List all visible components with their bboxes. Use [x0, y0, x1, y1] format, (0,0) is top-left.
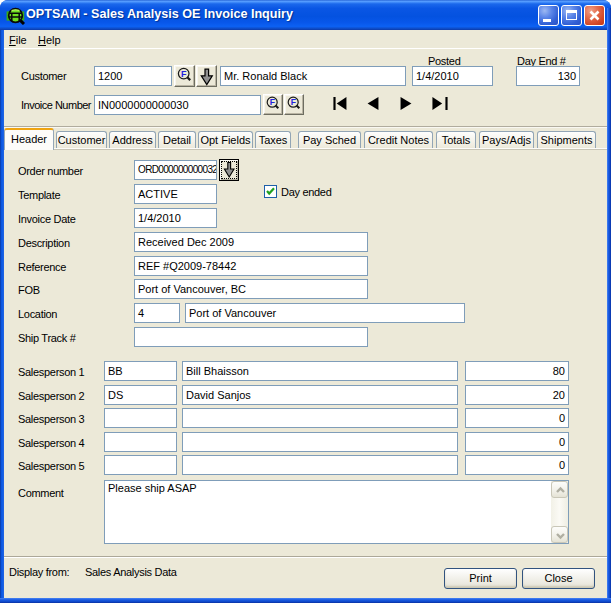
svg-text:F: F [270, 97, 275, 107]
svg-text:F: F [181, 69, 187, 79]
svg-text:F: F [291, 97, 296, 107]
